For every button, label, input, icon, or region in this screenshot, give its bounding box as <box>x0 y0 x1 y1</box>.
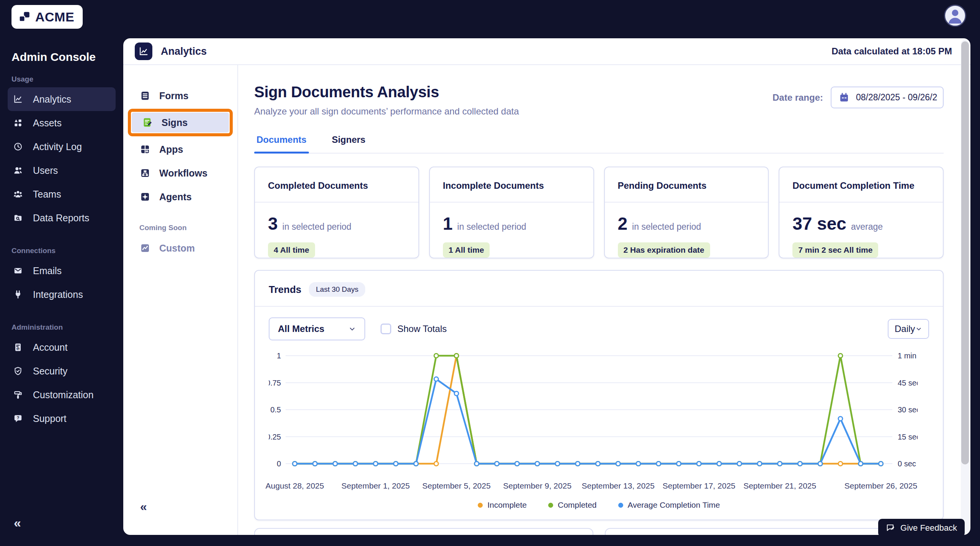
sidebar-item-analytics[interactable]: Analytics <box>8 87 116 111</box>
legend-item-average-completion-time[interactable]: Average Completion Time <box>618 500 720 510</box>
stat-card-title: Pending Documents <box>605 167 768 203</box>
sidebar-item-support[interactable]: ? Support <box>8 407 116 430</box>
submenu-item-forms[interactable]: Forms <box>129 84 232 107</box>
trend-chart-svg: 11 min0.7545 sec0.530 sec0.2515 sec00 se… <box>269 346 918 481</box>
shield-check-icon <box>12 365 24 377</box>
chart-x-tick: September 21, 2025 <box>743 481 816 490</box>
date-range-picker[interactable]: 08/28/2025 - 09/26/2025 <box>831 87 944 108</box>
sidebar-collapse-button[interactable]: « <box>14 516 21 529</box>
apps-grid-icon <box>139 144 151 155</box>
legend-dot <box>548 503 553 508</box>
stat-suffix: average <box>851 222 883 232</box>
sidebar-item-teams[interactable]: Teams <box>8 182 116 206</box>
sidebar-item-label: Activity Log <box>33 141 82 152</box>
metrics-select[interactable]: All Metrics <box>269 317 365 340</box>
user-avatar[interactable] <box>944 5 966 27</box>
sidebar-item-integrations[interactable]: Integrations <box>8 283 116 306</box>
show-totals-label: Show Totals <box>397 324 447 334</box>
legend-item-incomplete[interactable]: Incomplete <box>478 500 527 510</box>
submenu-item-custom[interactable]: Custom <box>129 237 232 260</box>
trends-card: Trends Last 30 Days All Metrics Show Tot… <box>254 270 944 520</box>
svg-text:15 sec: 15 sec <box>898 433 918 441</box>
stat-value: 37 sec <box>792 213 846 234</box>
give-feedback-button[interactable]: Give Feedback <box>878 519 965 537</box>
person-icon <box>945 6 965 26</box>
svg-text:30 sec: 30 sec <box>898 405 918 414</box>
chart-x-tick: September 9, 2025 <box>503 481 572 490</box>
sparkle-icon <box>139 191 151 203</box>
stat-suffix: in selected period <box>457 222 526 232</box>
show-totals-control[interactable]: Show Totals <box>381 324 447 334</box>
sidebar-item-label: Users <box>33 165 58 176</box>
user-group-icon <box>12 165 24 176</box>
submenu-item-apps[interactable]: Apps <box>129 138 232 161</box>
chart-x-tick: September 17, 2025 <box>663 481 735 490</box>
tab-bar: Documents Signers <box>254 131 944 154</box>
submenu-collapse-button[interactable]: « <box>140 500 147 513</box>
panel-header: Analytics Data calculated at 18:05 PM <box>123 38 970 65</box>
svg-text:0 sec: 0 sec <box>898 459 916 468</box>
stat-card-completion-time: Document Completion Time 37 sec average … <box>779 167 944 258</box>
panel-title: Analytics <box>161 46 207 57</box>
sidebar-item-data-reports[interactable]: Data Reports <box>8 206 116 230</box>
forms-icon <box>139 90 151 101</box>
stat-card-title: Completed Documents <box>255 167 418 203</box>
legend-item-completed[interactable]: Completed <box>548 500 597 510</box>
stat-value: 2 <box>618 213 628 234</box>
metrics-select-value: All Metrics <box>278 324 324 334</box>
show-totals-checkbox[interactable] <box>381 324 391 334</box>
trend-chart: 11 min0.7545 sec0.530 sec0.2515 sec00 se… <box>255 343 943 494</box>
legend-dot <box>618 503 623 508</box>
sidebar-item-emails[interactable]: Emails <box>8 259 116 283</box>
stat-cards-row: Completed Documents 3 in selected period… <box>254 167 944 258</box>
stat-suffix: in selected period <box>632 222 701 232</box>
sidebar-item-assets[interactable]: Assets <box>8 111 116 135</box>
shapes-icon <box>12 117 24 129</box>
svg-text:?: ? <box>17 415 20 420</box>
chart-x-tick: September 5, 2025 <box>422 481 491 490</box>
submenu-item-label: Apps <box>159 144 183 155</box>
submenu-item-label: Forms <box>159 90 188 101</box>
date-range-value: 08/28/2025 - 09/26/2025 <box>856 92 938 103</box>
scrollbar-thumb[interactable] <box>961 41 969 464</box>
submenu-item-label: Custom <box>159 243 195 254</box>
svg-text:0: 0 <box>277 459 281 468</box>
sidebar-item-label: Analytics <box>33 94 71 105</box>
svg-text:0.25: 0.25 <box>269 433 281 441</box>
legend-label: Incomplete <box>487 500 527 510</box>
sidebar-item-label: Account <box>33 342 67 353</box>
legend-label: Completed <box>558 500 597 510</box>
feedback-chat-icon <box>886 523 896 533</box>
partial-card <box>254 528 593 535</box>
people-icon <box>12 188 24 200</box>
svg-text:45 sec: 45 sec <box>898 379 918 387</box>
stat-badge: 7 min 2 sec All time <box>792 242 878 258</box>
sidebar-item-account[interactable]: $ Account <box>8 335 116 359</box>
workflow-icon <box>139 167 151 179</box>
submenu-item-agents[interactable]: Agents <box>129 185 232 208</box>
signs-icon <box>142 117 153 128</box>
tab-documents[interactable]: Documents <box>254 131 309 153</box>
sidebar-item-activity-log[interactable]: Activity Log <box>8 135 116 159</box>
sidebar-section-connections: Connections <box>11 247 123 255</box>
brand-logo[interactable]: ACME <box>11 5 83 29</box>
submenu-item-signs[interactable]: Signs <box>132 113 229 132</box>
stat-badge: 2 Has expiration date <box>618 242 710 258</box>
granularity-select[interactable]: Daily <box>888 319 929 339</box>
paint-roller-icon <box>12 389 24 401</box>
scrollbar[interactable] <box>961 40 969 533</box>
brand-name: ACME <box>35 10 74 25</box>
stat-badge: 4 All time <box>268 242 315 258</box>
folder-search-icon <box>12 212 24 224</box>
tab-signers[interactable]: Signers <box>330 131 368 153</box>
sidebar-item-users[interactable]: Users <box>8 159 116 182</box>
trends-period-badge: Last 30 Days <box>309 282 365 297</box>
sidebar-item-customization[interactable]: Customization <box>8 383 116 407</box>
sidebar-item-security[interactable]: Security <box>8 359 116 383</box>
chart-x-tick: September 13, 2025 <box>582 481 655 490</box>
sidebar-title: Admin Console <box>11 51 123 64</box>
chart-legend: Incomplete Completed Average Completion … <box>255 494 943 520</box>
submenu-item-workflows[interactable]: Workflows <box>129 162 232 185</box>
clock-history-icon <box>12 141 24 152</box>
sidebar-item-label: Data Reports <box>33 213 89 224</box>
